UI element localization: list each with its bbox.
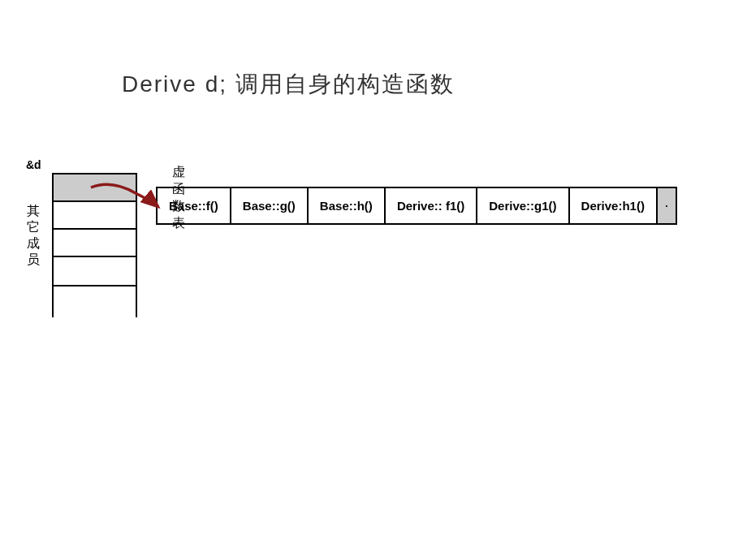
vtable-entry: Derive:: f1() bbox=[386, 188, 477, 223]
memory-cell bbox=[54, 257, 136, 285]
memory-cell bbox=[54, 230, 136, 257]
vtable: Base::f() Base::g() Base::h() Derive:: f… bbox=[156, 187, 677, 225]
memory-cell-vptr bbox=[54, 174, 136, 202]
address-label: &d bbox=[26, 158, 41, 171]
vtable-entry: Derive:h1() bbox=[570, 188, 658, 223]
page-title: Derive d; 调用自身的构造函数 bbox=[122, 69, 455, 100]
memory-boxes bbox=[52, 173, 137, 286]
vtable-terminator: · bbox=[658, 188, 676, 223]
vtable-entry: Base::f() bbox=[158, 188, 231, 223]
vtable-entry: Derive::g1() bbox=[477, 188, 569, 223]
vtable-entry: Base::h() bbox=[309, 188, 386, 223]
member-label: 其它成员 bbox=[26, 203, 41, 268]
vtable-entry: Base::g() bbox=[231, 188, 309, 223]
memory-continuation bbox=[52, 285, 137, 317]
memory-cell bbox=[54, 202, 136, 230]
